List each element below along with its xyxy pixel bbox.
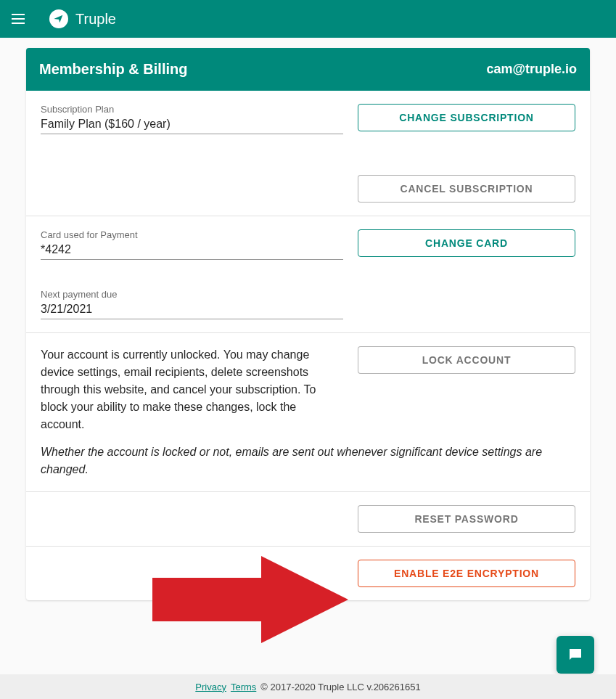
subscription-plan-label: Subscription Plan	[41, 104, 343, 115]
chat-icon	[567, 646, 584, 663]
card-value: *4242	[41, 243, 343, 260]
change-card-button[interactable]: CHANGE CARD	[358, 229, 575, 257]
change-subscription-button[interactable]: CHANGE SUBSCRIPTION	[358, 104, 575, 131]
billing-card: Membership & Billing cam@truple.io Subsc…	[26, 48, 590, 600]
menu-icon[interactable]	[12, 10, 29, 28]
payment-section: Card used for Payment *4242 Next payment…	[26, 216, 590, 333]
lock-account-button[interactable]: LOCK ACCOUNT	[358, 346, 575, 374]
app-logo-icon	[49, 9, 68, 28]
page-title: Membership & Billing	[39, 61, 187, 78]
reset-password-button[interactable]: RESET PASSWORD	[358, 505, 575, 533]
appbar: Truple	[0, 0, 616, 38]
app-title: Truple	[75, 11, 116, 28]
terms-link[interactable]: Terms	[231, 682, 256, 692]
lock-section: Your account is currently unlocked. You …	[26, 333, 590, 492]
enable-e2e-button[interactable]: ENABLE E2E ENCRYPTION	[358, 560, 575, 587]
next-payment-label: Next payment due	[41, 289, 343, 300]
reset-section: RESET PASSWORD	[26, 492, 590, 547]
next-payment-value: 3/21/2021	[41, 303, 343, 319]
cancel-subscription-button[interactable]: CANCEL SUBSCRIPTION	[358, 175, 575, 203]
subscription-plan-value: Family Plan ($160 / year)	[41, 118, 343, 134]
account-email: cam@truple.io	[486, 62, 577, 77]
lock-note: Whether the account is locked or not, em…	[41, 443, 575, 478]
footer: Privacy Terms © 2017-2020 Truple LLC v.2…	[0, 674, 616, 699]
card-header: Membership & Billing cam@truple.io	[26, 48, 590, 91]
privacy-link[interactable]: Privacy	[195, 682, 226, 692]
copyright-text: © 2017-2020 Truple LLC v.206261651	[260, 682, 420, 692]
lock-description: Your account is currently unlocked. You …	[41, 346, 343, 433]
chat-button[interactable]	[557, 636, 594, 674]
subscription-section: Subscription Plan Family Plan ($160 / ye…	[26, 91, 590, 216]
e2e-section: ENABLE E2E ENCRYPTION	[26, 547, 590, 600]
card-label: Card used for Payment	[41, 229, 343, 240]
